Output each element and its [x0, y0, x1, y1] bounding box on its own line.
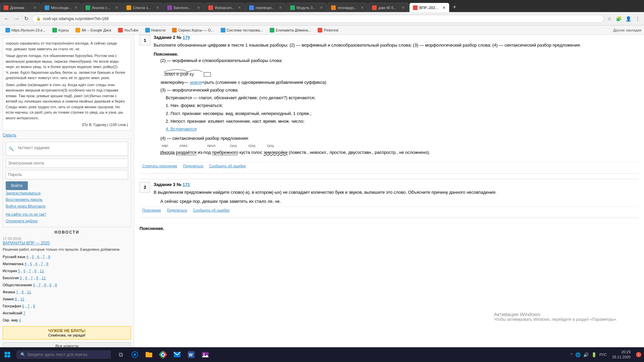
search-input[interactable]	[16, 143, 125, 152]
hist-8[interactable]: 8	[34, 269, 36, 273]
phys-11[interactable]: 11	[27, 290, 31, 294]
taskbar-app-photo[interactable]	[199, 348, 212, 361]
hist-6[interactable]: 6	[23, 269, 25, 273]
bookmark-kursy[interactable]: Курсы	[50, 27, 71, 33]
share-link-1[interactable]: Поделиться	[183, 164, 204, 168]
obs-7[interactable]: 7	[39, 283, 41, 287]
password-input[interactable]	[6, 170, 128, 179]
taskbar-app-explorer[interactable]	[142, 348, 156, 361]
taskbar-app-word[interactable]: W	[184, 348, 198, 361]
math-5[interactable]: 5	[30, 262, 32, 266]
tab-close-btn[interactable]: ✕	[359, 5, 364, 10]
report-error-link-2[interactable]: Сообщить об ошибке	[193, 208, 229, 212]
profile-button[interactable]: 👤	[624, 15, 633, 23]
start-button[interactable]	[0, 347, 15, 362]
tab-perevodchik[interactable]: переводч... ✕	[246, 3, 286, 12]
extensions-button[interactable]: 🧩	[614, 15, 623, 23]
news-link-1[interactable]: ВАРИАНТЫ ВПР — 2020	[3, 241, 50, 245]
obs-6b[interactable]: 6	[50, 283, 52, 287]
rus-8[interactable]: 8	[48, 255, 50, 259]
vk-login-link[interactable]: Войти через ВКонтакте	[6, 203, 128, 210]
taskbar-app-chrome[interactable]	[156, 348, 170, 361]
eng-7[interactable]: 7	[23, 311, 25, 315]
hist-7[interactable]: 7	[29, 269, 31, 273]
okr-4[interactable]: 4	[19, 318, 21, 322]
bookmark-sirius[interactable]: Сириус.Курсы — О...	[169, 27, 216, 33]
tab-dam40[interactable]: дам 40 б... ✕	[368, 3, 409, 12]
bio-11[interactable]: 11	[42, 276, 46, 280]
tab-vpr[interactable]: ВПР–202... ✕	[409, 3, 449, 12]
tab-close-btn[interactable]: ✕	[236, 5, 241, 10]
volume-icon[interactable]: 🔊	[583, 352, 589, 357]
hide-link[interactable]: Скрыть	[3, 133, 131, 137]
tab-close-btn[interactable]: ✕	[195, 5, 200, 10]
new-tab-button[interactable]: +	[450, 4, 459, 11]
tab-leonardo[interactable]: леонардо... ✕	[327, 3, 368, 12]
bookmark-elizaveta[interactable]: Елизавета Дёмина...	[267, 27, 314, 33]
report-error-link-1[interactable]: Сообщить об ошибке	[209, 164, 246, 168]
tab-close-btn[interactable]: ✕	[113, 5, 118, 10]
math-6[interactable]: 6	[36, 262, 38, 266]
bio-6[interactable]: 6	[25, 276, 27, 280]
notification-badge[interactable]: 1	[636, 352, 641, 357]
adblock-link[interactable]: Отключите адблок	[6, 218, 128, 225]
chem-8[interactable]: 8	[15, 297, 17, 301]
bookmark-pinterest[interactable]: Pinterest	[315, 27, 341, 33]
task-link-170[interactable]: 170	[183, 35, 190, 40]
email-input[interactable]	[6, 159, 128, 168]
hist-11[interactable]: 11	[40, 269, 44, 273]
rus-6[interactable]: 6	[37, 255, 39, 259]
math-4[interactable]: 4	[24, 262, 26, 266]
phys-8[interactable]: 8	[21, 290, 23, 294]
taskbar-clock[interactable]: 20:29 29.11.2020	[609, 350, 633, 360]
bio-7[interactable]: 7	[31, 276, 33, 280]
content-scroll[interactable]: 1 Задание 2 № 170 Выполните обозначенные…	[140, 35, 639, 347]
tab-close-btn[interactable]: ✕	[154, 5, 159, 10]
bookmark-youtube[interactable]: YouTube	[115, 27, 141, 33]
address-bar[interactable]: 🔒 rus6-vpr.sdamgia.ru/problem?id=169	[32, 15, 604, 23]
tab-dnevnik[interactable]: Дневник ✕	[0, 3, 40, 12]
site-question-link[interactable]: На сайте что-то не так?	[6, 211, 128, 218]
tab-close-btn[interactable]: ✕	[318, 5, 323, 10]
taskbar-app-edge[interactable]	[128, 348, 142, 361]
geo-7[interactable]: 7	[28, 304, 30, 308]
math-8[interactable]: 8	[46, 262, 48, 266]
menu-button[interactable]: ⋮	[634, 15, 641, 23]
refresh-button[interactable]: ↻	[23, 14, 30, 23]
chem-11[interactable]: 11	[20, 297, 24, 301]
geo-8[interactable]: 8	[33, 304, 35, 308]
task-link-171[interactable]: 171	[183, 182, 190, 187]
taskbar-search-box[interactable]: 🔍 Введите здесь текст для поиска	[17, 351, 111, 359]
tab-close-btn[interactable]: ✕	[32, 5, 37, 10]
obs-8b[interactable]: 8	[55, 283, 57, 287]
battery-icon[interactable]: 🔋	[591, 352, 597, 357]
bookmark-lyceum[interactable]: https://lyceum-10.e...	[3, 27, 48, 33]
tab-biologia[interactable]: Биологи... ✕	[164, 3, 204, 12]
bookmark-novosti[interactable]: Новости	[143, 27, 168, 33]
bookmark-google-disk[interactable]: 8А – Google Диск	[73, 27, 114, 33]
tab-modul[interactable]: Модуль 3... ✕	[286, 3, 327, 12]
hide-explanation-link[interactable]: Спрятать пояснение	[142, 164, 177, 168]
tab-close-btn[interactable]: ✕	[72, 5, 77, 10]
rus-5[interactable]: 5	[32, 255, 34, 259]
tab-close-btn[interactable]: ✕	[277, 5, 282, 10]
tab-wylsacom[interactable]: Wylsacom... ✕	[205, 3, 245, 12]
bookmarks-more-button[interactable]: Другие закладки	[613, 28, 641, 32]
back-button[interactable]: ←	[3, 14, 11, 23]
obs-8[interactable]: 8	[44, 283, 46, 287]
login-button[interactable]: Войти	[6, 181, 28, 190]
rus-7[interactable]: 7	[43, 255, 45, 259]
bio-8[interactable]: 8	[36, 276, 38, 280]
register-link[interactable]: Зарегистрироваться	[6, 190, 128, 197]
hist-5[interactable]: 5	[18, 269, 20, 273]
language-indicator[interactable]: РУС	[599, 353, 607, 357]
sidebar-scroll[interactable]: хорошо скрывались от посторо(н/нн)его вз…	[3, 38, 131, 350]
bookmark-sistema[interactable]: Система тестирова...	[218, 27, 266, 33]
formula-link-zemlia[interactable]: земля	[190, 80, 202, 85]
restore-link[interactable]: Восстановить пароль	[6, 196, 128, 203]
obs-6[interactable]: 6	[33, 283, 35, 287]
search-box[interactable]: 🔍	[6, 142, 128, 156]
phys-7[interactable]: 7	[16, 290, 18, 294]
tray-arrow-icon[interactable]: ^	[571, 352, 573, 357]
bio-5[interactable]: 5	[20, 276, 22, 280]
